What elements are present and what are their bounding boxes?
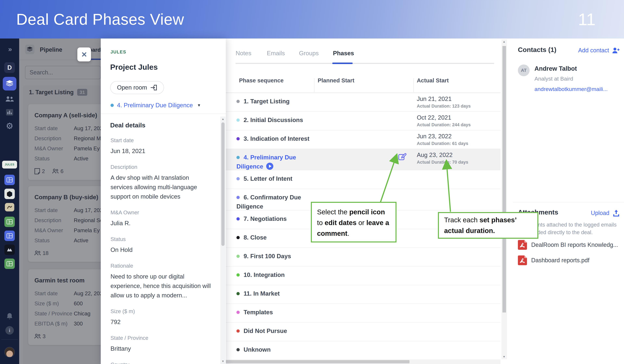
modal-dim-overlay xyxy=(19,39,101,364)
play-phase-icon[interactable] xyxy=(266,163,273,170)
pipeline-board: Pipeline Board Search... 1. Target Listi… xyxy=(19,39,101,364)
deal-panel-scrollbar[interactable]: ▲ ▼ xyxy=(220,117,226,364)
scrollbar-thumb[interactable] xyxy=(226,360,410,363)
sidebar-item-analytics[interactable] xyxy=(6,109,13,116)
phase-row-3[interactable]: 3. Indication of Interest Jun 23, 2022Ac… xyxy=(226,130,500,149)
sidebar-board-2[interactable] xyxy=(4,217,15,227)
attachment-file-1[interactable]: DealRoom BI reports Knowledg... xyxy=(518,240,618,250)
phase-dot-icon xyxy=(236,236,240,239)
deal-summary-panel: JULES Project Jules Open room 4. Prelimi… xyxy=(101,39,226,364)
tab-phases[interactable]: Phases xyxy=(333,50,354,57)
contact-email-link[interactable]: andrewtalbotkummer@maili... xyxy=(534,86,608,92)
scroll-down-icon[interactable]: ▼ xyxy=(220,360,226,363)
column-header-planned-start: Planned Start xyxy=(318,77,354,84)
phase-row-templates[interactable]: Templates xyxy=(226,304,500,323)
tab-groups[interactable]: Groups xyxy=(299,50,319,57)
sidebar-room-dark[interactable] xyxy=(4,245,15,255)
layers-icon xyxy=(3,77,16,91)
phase-dot-icon xyxy=(236,137,240,140)
user-avatar[interactable] xyxy=(4,347,15,357)
phase-row-4-selected[interactable]: 4. Preliminary Due Diligence Aug 23, 202… xyxy=(226,149,500,170)
scroll-up-icon[interactable]: ▲ xyxy=(501,40,507,43)
phase-row-5[interactable]: 5. Letter of Intent xyxy=(226,170,500,189)
tab-emails[interactable]: Emails xyxy=(267,50,285,57)
upload-icon xyxy=(613,209,620,217)
phase-dot-icon xyxy=(236,292,240,295)
workspace-logo-icon xyxy=(5,203,14,211)
sidebar-item-people[interactable] xyxy=(5,96,14,102)
column-header-actual-start: Actual Start xyxy=(417,77,449,84)
left-sidebar: » D ⚙ JULES xyxy=(0,39,19,364)
contact-name: Andrew Talbot xyxy=(534,65,577,72)
rail-divider xyxy=(1,339,18,340)
attachment-file-2[interactable]: Dashboard reports.pdf xyxy=(518,256,589,265)
enter-room-icon xyxy=(151,85,157,91)
phase-dot-icon xyxy=(236,156,240,159)
phase-dot-icon xyxy=(236,348,240,351)
demo-hexagon-icon: ⬢ xyxy=(4,189,15,199)
phase-row-did-not-pursue[interactable]: Did Not Pursue xyxy=(226,323,500,341)
sidebar-item-pipelines[interactable] xyxy=(3,77,16,91)
phase-dot-icon xyxy=(236,196,240,199)
edit-dates-pencil-button[interactable] xyxy=(398,153,407,162)
slide-title: Deal Card Phases View xyxy=(16,10,184,28)
phase-selector-dropdown[interactable]: 4. Preliminary Due Diligence ▼ xyxy=(110,102,201,109)
sidebar-board-4[interactable] xyxy=(4,259,15,269)
callout-edit-dates: Select the pencil icon to edit dates or … xyxy=(311,202,396,242)
phase-dot-icon xyxy=(236,329,240,333)
contacts-heading: Contacts (1) xyxy=(518,46,556,54)
app-window: » D ⚙ JULES xyxy=(0,39,624,364)
board-icon-blue xyxy=(4,231,15,241)
sidebar-item-settings[interactable]: ⚙ xyxy=(6,121,13,131)
room-code-label: JULES xyxy=(110,50,126,54)
phase-row-11[interactable]: 11. In Market xyxy=(226,285,500,304)
phase-dot-icon xyxy=(236,273,240,277)
deal-details-heading: Deal details xyxy=(110,122,145,129)
sidebar-board-3[interactable] xyxy=(4,231,15,241)
gear-icon: ⚙ xyxy=(6,121,13,131)
phase-row-2[interactable]: 2. Initial Discussions Oct 22, 2021Actua… xyxy=(226,112,500,130)
deal-details-fields: Start dateJun 18, 2021 DescriptionA dev … xyxy=(110,137,211,364)
pdf-icon xyxy=(518,256,527,265)
pdf-icon xyxy=(518,240,527,250)
pencil-icon xyxy=(398,153,407,162)
sidebar-board-1[interactable] xyxy=(4,175,15,185)
phase-row-unknown[interactable]: Unknown xyxy=(226,341,500,360)
sidebar-room-jules[interactable]: JULES xyxy=(2,161,17,169)
board-icon xyxy=(4,175,15,185)
bell-icon xyxy=(6,312,13,320)
phase-dot-icon xyxy=(236,177,240,180)
phase-row-9[interactable]: 9. First 100 Days xyxy=(226,248,500,266)
scroll-up-icon[interactable]: ▲ xyxy=(220,117,226,121)
notifications-button[interactable] xyxy=(6,312,13,320)
add-person-icon xyxy=(612,47,620,54)
slide-header: Deal Card Phases View 11 xyxy=(0,0,624,39)
scrollbar-thumb[interactable] xyxy=(221,122,225,246)
expand-sidebar-icon[interactable]: » xyxy=(8,45,11,53)
phases-vertical-scrollbar[interactable]: ▲ ▼ xyxy=(501,39,507,359)
phases-horizontal-scrollbar[interactable] xyxy=(226,360,500,364)
dark-logo-icon xyxy=(4,245,15,255)
d-logo-icon: D xyxy=(4,62,15,73)
upload-button[interactable]: Upload xyxy=(591,209,620,217)
scroll-down-icon[interactable]: ▼ xyxy=(501,355,507,359)
phase-row-1[interactable]: 1. Target Listing Jun 21, 2021Actual Dur… xyxy=(226,93,500,112)
phase-color-dot xyxy=(110,104,114,107)
jules-room-icon: JULES xyxy=(2,161,17,169)
add-contact-button[interactable]: Add contact xyxy=(578,47,620,54)
phase-dot-icon xyxy=(236,100,240,103)
tab-notes[interactable]: Notes xyxy=(236,50,251,57)
info-button[interactable]: i xyxy=(5,326,14,335)
app-logo[interactable]: D xyxy=(4,62,15,73)
sidebar-room-misc[interactable] xyxy=(5,203,14,211)
deal-title: Project Jules xyxy=(110,63,158,72)
sidebar-room-demo[interactable]: ⬢ xyxy=(4,189,15,199)
open-room-button[interactable]: Open room xyxy=(110,81,164,94)
scrollbar-thumb[interactable] xyxy=(502,46,506,312)
close-panel-button[interactable]: ✕ xyxy=(77,48,91,61)
active-tab-underline xyxy=(332,63,353,64)
contact-avatar: AT xyxy=(518,65,530,76)
phase-dot-icon xyxy=(236,311,240,314)
phases-panel: Notes Emails Groups Phases Phase sequenc… xyxy=(226,39,507,364)
phase-row-10[interactable]: 10. Integration xyxy=(226,266,500,285)
